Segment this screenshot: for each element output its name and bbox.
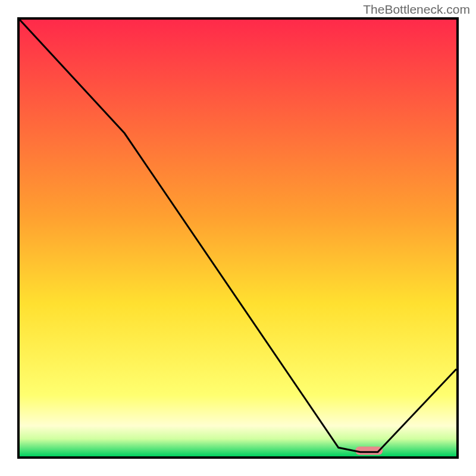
watermark-text: TheBottleneck.com bbox=[363, 2, 470, 17]
chart-svg bbox=[20, 20, 456, 456]
chart-container: TheBottleneck.com bbox=[0, 0, 476, 476]
bottleneck-curve bbox=[20, 20, 456, 452]
plot-area bbox=[17, 17, 459, 459]
